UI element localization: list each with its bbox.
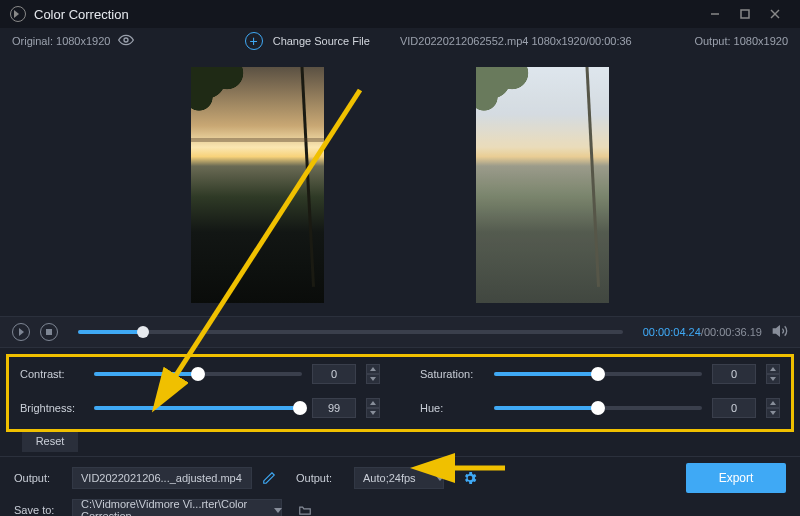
- save-to-label: Save to:: [14, 504, 62, 516]
- total-time: 00:00:36.19: [704, 326, 762, 338]
- window-title: Color Correction: [34, 7, 129, 22]
- seek-slider[interactable]: [78, 330, 623, 334]
- brightness-slider-thumb[interactable]: [293, 401, 307, 415]
- original-resolution-label: Original: 1080x1920: [12, 35, 110, 47]
- hue-slider-thumb[interactable]: [591, 401, 605, 415]
- source-file-info: VID20220212062552.mp4 1080x1920/00:00:36: [400, 35, 632, 47]
- reset-button[interactable]: Reset: [22, 430, 78, 452]
- contrast-stepper[interactable]: [366, 364, 380, 384]
- seek-thumb[interactable]: [137, 326, 149, 338]
- output-file-label: Output:: [14, 472, 62, 484]
- hue-row: Hue: 0: [420, 398, 780, 418]
- current-time: 00:00:04.24: [643, 326, 701, 338]
- chevron-down-icon[interactable]: [274, 508, 282, 513]
- svg-point-4: [124, 38, 128, 42]
- saturation-label: Saturation:: [420, 368, 484, 380]
- maximize-button[interactable]: [730, 4, 760, 24]
- brightness-row: Brightness: 99: [20, 398, 380, 418]
- pencil-icon[interactable]: [262, 471, 276, 485]
- close-button[interactable]: [760, 4, 790, 24]
- output-row: Output: VID2022021206..._adjusted.mp4 Ou…: [0, 457, 800, 499]
- saturation-value[interactable]: 0: [712, 364, 756, 384]
- hue-stepper[interactable]: [766, 398, 780, 418]
- play-button[interactable]: [12, 323, 30, 341]
- folder-icon[interactable]: [298, 503, 312, 516]
- plus-icon[interactable]: +: [245, 32, 263, 50]
- stepper-down-icon[interactable]: [766, 374, 780, 384]
- saturation-slider[interactable]: [494, 372, 702, 376]
- contrast-row: Contrast: 0: [20, 364, 380, 384]
- svg-marker-5: [773, 326, 779, 335]
- adjustments-panel: Contrast: 0 Saturation: 0 Brightness:: [0, 348, 800, 456]
- contrast-slider[interactable]: [94, 372, 302, 376]
- contrast-slider-thumb[interactable]: [191, 367, 205, 381]
- stepper-down-icon[interactable]: [366, 408, 380, 418]
- source-info-bar: Original: 1080x1920 + Change Source File…: [0, 28, 800, 54]
- player-bar: 00:00:04.24/00:00:36.19: [0, 316, 800, 348]
- hue-slider[interactable]: [494, 406, 702, 410]
- app-logo-icon: [10, 6, 26, 22]
- saturation-row: Saturation: 0: [420, 364, 780, 384]
- title-bar: Color Correction: [0, 0, 800, 28]
- hue-label: Hue:: [420, 402, 484, 414]
- output-format-field[interactable]: Auto;24fps: [354, 467, 444, 489]
- eye-icon[interactable]: [118, 32, 134, 51]
- save-to-row: Save to: C:\Vidmore\Vidmore Vi...rter\Co…: [0, 499, 800, 516]
- output-format-label: Output:: [296, 472, 344, 484]
- stepper-up-icon[interactable]: [366, 364, 380, 374]
- stepper-up-icon[interactable]: [366, 398, 380, 408]
- preview-area: [0, 54, 800, 316]
- seek-fill: [78, 330, 143, 334]
- saturation-slider-thumb[interactable]: [591, 367, 605, 381]
- svg-rect-1: [741, 10, 749, 18]
- brightness-stepper[interactable]: [366, 398, 380, 418]
- change-source-button[interactable]: Change Source File: [273, 35, 370, 47]
- brightness-value[interactable]: 99: [312, 398, 356, 418]
- gear-icon[interactable]: [462, 470, 478, 486]
- stepper-down-icon[interactable]: [766, 408, 780, 418]
- output-resolution-label: Output: 1080x1920: [694, 35, 788, 47]
- output-file-field[interactable]: VID2022021206..._adjusted.mp4: [72, 467, 252, 489]
- hue-value[interactable]: 0: [712, 398, 756, 418]
- stepper-down-icon[interactable]: [366, 374, 380, 384]
- stop-button[interactable]: [40, 323, 58, 341]
- original-preview: [191, 67, 324, 303]
- brightness-label: Brightness:: [20, 402, 84, 414]
- stepper-up-icon[interactable]: [766, 364, 780, 374]
- chevron-down-icon[interactable]: [436, 476, 444, 481]
- brightness-slider[interactable]: [94, 406, 302, 410]
- output-preview: [476, 67, 609, 303]
- minimize-button[interactable]: [700, 4, 730, 24]
- playback-time: 00:00:04.24/00:00:36.19: [643, 326, 762, 338]
- saturation-stepper[interactable]: [766, 364, 780, 384]
- volume-icon[interactable]: [772, 323, 788, 342]
- save-to-field[interactable]: C:\Vidmore\Vidmore Vi...rter\Color Corre…: [72, 499, 282, 516]
- stepper-up-icon[interactable]: [766, 398, 780, 408]
- export-button[interactable]: Export: [686, 463, 786, 493]
- contrast-value[interactable]: 0: [312, 364, 356, 384]
- contrast-label: Contrast:: [20, 368, 84, 380]
